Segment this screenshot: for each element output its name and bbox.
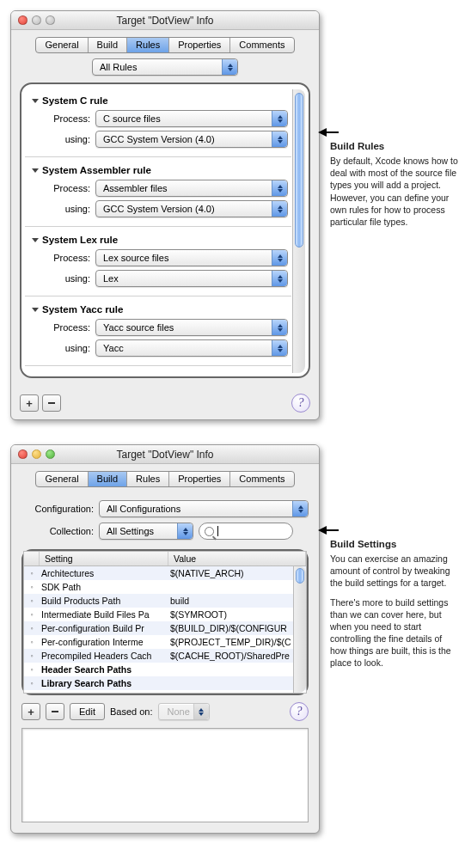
callout-arrow-icon xyxy=(318,525,459,535)
using-select[interactable]: Yacc xyxy=(95,339,288,357)
remove-button[interactable] xyxy=(46,703,64,720)
scrollbar-thumb[interactable] xyxy=(295,93,303,248)
chevron-updown-icon xyxy=(272,250,287,266)
setting-cell: SDK Path xyxy=(40,582,168,592)
titlebar[interactable]: Target "DotView" Info xyxy=(11,11,319,30)
table-row[interactable]: ◦Library Search Paths xyxy=(24,676,306,690)
setting-cell: Per-configuration Build Pr xyxy=(40,623,168,633)
collection-label: Collection: xyxy=(21,526,94,536)
using-label: using: xyxy=(42,273,90,284)
search-icon xyxy=(205,527,214,536)
using-select[interactable]: GCC System Version (4.0) xyxy=(95,131,288,148)
annotation-body: You can exercise an amazing amount of co… xyxy=(330,553,459,590)
value-cell: $(BUILD_DIR)/$(CONFIGUR xyxy=(168,623,306,633)
configuration-select[interactable]: All Configurations xyxy=(99,500,309,517)
using-value: GCC System Version (4.0) xyxy=(103,204,215,214)
value-cell: $(PROJECT_TEMP_DIR)/$(C xyxy=(168,637,306,647)
tab-rules[interactable]: Rules xyxy=(127,472,169,486)
tab-comments[interactable]: Comments xyxy=(230,472,293,486)
rule-title: System C rule xyxy=(42,95,108,106)
process-label: Process: xyxy=(42,253,90,263)
table-header: Setting Value xyxy=(23,551,307,566)
tab-segmented-control: General Build Rules Properties Comments xyxy=(35,37,294,53)
disclosure-triangle-icon[interactable] xyxy=(32,238,39,242)
rules-filter-select[interactable]: All Rules xyxy=(92,58,238,76)
search-text[interactable] xyxy=(222,526,282,536)
setting-cell: Header Search Paths xyxy=(40,664,168,675)
scrollbar-thumb[interactable] xyxy=(296,568,304,584)
text-caret xyxy=(217,526,218,536)
help-button[interactable]: ? xyxy=(291,394,310,413)
table-row[interactable]: ◦Per-configuration Build Pr$(BUILD_DIR)/… xyxy=(24,621,306,635)
tab-properties[interactable]: Properties xyxy=(169,38,230,52)
using-select[interactable]: GCC System Version (4.0) xyxy=(95,200,288,217)
row-bullet-icon: ◦ xyxy=(24,596,40,605)
remove-button[interactable] xyxy=(42,394,61,412)
setting-cell: Per-configuration Interme xyxy=(40,637,168,647)
table-row[interactable]: ◦Build Products Pathbuild xyxy=(24,594,306,608)
setting-cell: Precompiled Headers Cach xyxy=(40,651,168,661)
process-select[interactable]: Yacc source files xyxy=(95,319,288,336)
process-label: Process: xyxy=(42,183,90,193)
configuration-value: All Configurations xyxy=(107,504,180,514)
process-select[interactable]: Lex source files xyxy=(95,249,288,266)
setting-cell: Library Search Paths xyxy=(40,678,168,688)
table-row[interactable]: ◦Per-configuration Interme$(PROJECT_TEMP… xyxy=(24,635,306,649)
chevron-updown-icon xyxy=(272,320,287,335)
process-value: Lex source files xyxy=(103,253,168,263)
basedon-label: Based on: xyxy=(110,706,153,717)
row-bullet-icon: ◦ xyxy=(24,610,40,619)
column-value[interactable]: Value xyxy=(168,552,306,565)
add-button[interactable]: + xyxy=(20,394,39,412)
tab-build[interactable]: Build xyxy=(89,38,127,52)
column-setting[interactable]: Setting xyxy=(40,552,168,565)
row-bullet-icon: ◦ xyxy=(24,679,40,688)
disclosure-triangle-icon[interactable] xyxy=(32,168,39,173)
process-select[interactable]: C source files xyxy=(95,110,288,127)
tab-general[interactable]: General xyxy=(36,472,88,486)
window-title: Target "DotView" Info xyxy=(11,449,319,461)
process-value: Assembler files xyxy=(103,183,168,193)
using-select[interactable]: Lex xyxy=(95,270,288,287)
rules-list-callout: System C rule Process: C source files us… xyxy=(20,83,310,378)
tab-build[interactable]: Build xyxy=(89,472,127,486)
scrollbar[interactable] xyxy=(293,566,306,693)
using-label: using: xyxy=(42,134,90,144)
process-select[interactable]: Assembler files xyxy=(95,180,288,197)
table-row[interactable]: ◦SDK Path xyxy=(24,580,306,594)
titlebar[interactable]: Target "DotView" Info xyxy=(11,445,319,464)
table-row[interactable]: ◦Precompiled Headers Cach$(CACHE_ROOT)/S… xyxy=(24,649,306,663)
table-row[interactable]: ◦Intermediate Build Files Pa$(SYMROOT) xyxy=(24,608,306,621)
rule-title: System Yacc rule xyxy=(42,304,123,315)
tab-comments[interactable]: Comments xyxy=(230,38,293,52)
chevron-updown-icon xyxy=(292,501,308,517)
using-value: GCC System Version (4.0) xyxy=(103,134,215,144)
rule-group: System Lex rule Process: Lex source file… xyxy=(25,229,291,294)
rule-group: System C rule Process: C source files us… xyxy=(25,89,291,155)
add-button[interactable]: + xyxy=(21,703,40,720)
chevron-updown-icon xyxy=(272,201,287,217)
collection-value: All Settings xyxy=(107,526,154,536)
rules-filter-value: All Rules xyxy=(100,62,137,72)
tab-rules[interactable]: Rules xyxy=(127,38,169,52)
disclosure-triangle-icon[interactable] xyxy=(32,308,39,312)
notes-textarea[interactable] xyxy=(21,728,309,822)
disclosure-triangle-icon[interactable] xyxy=(32,99,39,103)
chevron-updown-icon xyxy=(272,131,287,147)
collection-select[interactable]: All Settings xyxy=(99,523,193,540)
rule-group: System Assembler rule Process: Assembler… xyxy=(25,159,291,224)
table-row[interactable]: ◦Architectures$(NATIVE_ARCH) xyxy=(24,566,306,580)
help-button[interactable]: ? xyxy=(290,702,309,721)
value-cell: build xyxy=(168,596,306,606)
search-input[interactable] xyxy=(199,523,293,540)
row-bullet-icon: ◦ xyxy=(24,651,40,660)
tab-properties[interactable]: Properties xyxy=(169,472,230,486)
process-label: Process: xyxy=(42,322,90,333)
value-cell: $(SYMROOT) xyxy=(168,609,306,620)
using-value: Yacc xyxy=(103,343,124,353)
edit-button[interactable]: Edit xyxy=(70,703,105,720)
table-row[interactable]: ◦Header Search Paths xyxy=(24,663,306,676)
setting-cell: Build Products Path xyxy=(40,596,168,606)
scrollbar[interactable] xyxy=(292,89,305,373)
tab-general[interactable]: General xyxy=(36,38,88,52)
